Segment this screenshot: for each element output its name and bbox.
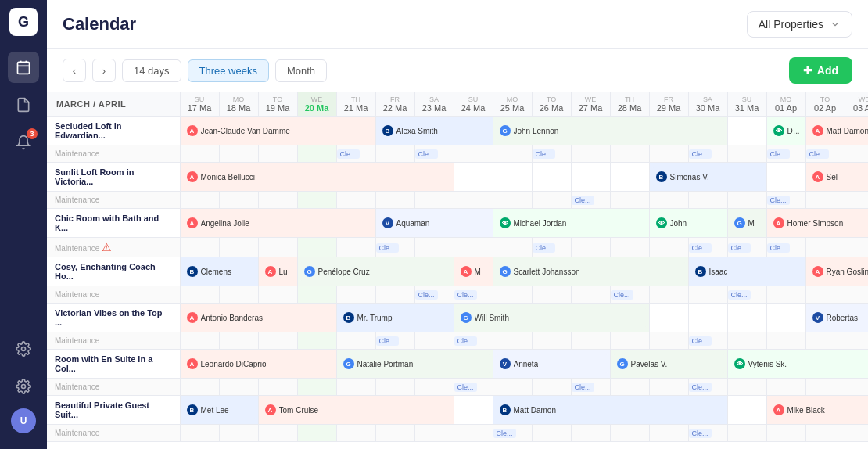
- empty-booking-cell: [454, 163, 493, 192]
- booking-cell[interactable]: G Scarlett Johansson: [493, 257, 688, 286]
- booking-cell[interactable]: A Homer Simpson: [766, 209, 868, 238]
- property-name[interactable]: Victorian Vibes on the Top ...: [47, 304, 180, 332]
- maintenance-empty-cell: [454, 238, 493, 257]
- maintenance-empty-cell: [610, 145, 649, 163]
- booking-cell[interactable]: A Mike Black: [766, 396, 868, 425]
- maintenance-empty-cell: [297, 192, 336, 209]
- sidebar-item-notifications[interactable]: 3: [8, 127, 39, 158]
- add-booking-button[interactable]: ✚ Add: [789, 57, 852, 84]
- booking-cell[interactable]: V Anneta: [493, 350, 610, 379]
- calendar-area[interactable]: MARCH / APRIL Su17 MaMo18 MaTo19 MaWe20 …: [47, 92, 868, 449]
- view-14days-button[interactable]: 14 days: [122, 59, 181, 82]
- booking-cell[interactable]: G Natalie Portman: [336, 350, 493, 379]
- maintenance-empty-cell: [493, 145, 532, 163]
- maintenance-cle-cell: Cle...: [375, 332, 414, 350]
- sidebar-item-calendar[interactable]: [8, 52, 39, 83]
- maintenance-empty-cell: [688, 286, 727, 304]
- booking-cell[interactable]: A Monica Bellucci: [180, 163, 454, 192]
- maintenance-empty-cell: [805, 286, 845, 304]
- booking-cell[interactable]: 👁 D...: [766, 117, 805, 145]
- sidebar-item-settings2[interactable]: [8, 371, 39, 402]
- next-button[interactable]: ›: [92, 59, 116, 82]
- property-row: Beautiful Private Guest Suit... B Met Le…: [47, 396, 868, 425]
- booking-cell[interactable]: G Will Smith: [454, 304, 649, 332]
- maintenance-cle-cell: Cle...: [766, 238, 805, 257]
- maintenance-empty-cell: [336, 332, 375, 350]
- maintenance-cle-cell: Cle...: [571, 379, 610, 396]
- maintenance-cle-cell: Cle...: [688, 238, 727, 257]
- empty-booking-cell: [727, 304, 766, 332]
- property-name[interactable]: Chic Room with Bath and K...: [47, 209, 180, 238]
- maintenance-empty-cell: [375, 379, 414, 396]
- booking-cell[interactable]: A Angelina Jolie: [180, 209, 375, 238]
- booking-cell[interactable]: V Aquaman: [375, 209, 493, 238]
- maintenance-empty-cell: [649, 192, 688, 209]
- maintenance-empty-cell: [336, 238, 375, 257]
- maintenance-empty-cell: [532, 379, 571, 396]
- booking-cell[interactable]: 👁 John: [649, 209, 727, 238]
- booking-cell[interactable]: G John Lennon: [493, 117, 727, 145]
- booking-cell[interactable]: G Pavelas V.: [610, 350, 727, 379]
- empty-booking-cell: [610, 163, 649, 192]
- maintenance-empty-cell: [532, 425, 571, 442]
- booking-cell[interactable]: A Sel: [805, 163, 868, 192]
- property-name[interactable]: Sunlit Loft Room in Victoria...: [47, 163, 180, 192]
- chevron-down-icon: [830, 19, 841, 30]
- booking-cell[interactable]: 👁 Michael Jordan: [493, 209, 649, 238]
- day-header-12: Fr29 Ma: [649, 92, 688, 117]
- empty-booking-cell: [688, 304, 727, 332]
- booking-cell[interactable]: B Simonas V.: [649, 163, 766, 192]
- booking-cell[interactable]: A Ryan Gosling: [805, 257, 868, 286]
- property-name[interactable]: Cosy, Enchanting Coach Ho...: [47, 257, 180, 286]
- maintenance-empty-cell: [219, 238, 258, 257]
- sidebar-nav: 3: [8, 52, 39, 333]
- day-header-15: Mo01 Ap: [766, 92, 805, 117]
- maintenance-empty-cell: [336, 379, 375, 396]
- booking-cell[interactable]: G M: [727, 209, 766, 238]
- maintenance-empty-cell: [610, 192, 649, 209]
- booking-cell[interactable]: A Tom Cruise: [258, 396, 454, 425]
- svg-point-4: [22, 347, 26, 351]
- booking-cell[interactable]: B Clemens: [180, 257, 258, 286]
- booking-cell[interactable]: A Jean-Claude Van Damme: [180, 117, 375, 145]
- booking-cell[interactable]: B Matt Damon: [493, 396, 727, 425]
- day-header-8: Mo25 Ma: [493, 92, 532, 117]
- booking-cell[interactable]: B Met Lee: [180, 396, 258, 425]
- maintenance-cle-cell: Cle...: [766, 145, 805, 163]
- prev-button[interactable]: ‹: [63, 59, 86, 82]
- booking-cell[interactable]: 👁 Vytenis Sk.: [727, 350, 868, 379]
- booking-cell[interactable]: B Alexa Smith: [375, 117, 493, 145]
- maintenance-empty-cell: [297, 425, 336, 442]
- booking-cell[interactable]: A Leonardo DiCaprio: [180, 350, 336, 379]
- maintenance-empty-cell: [258, 238, 297, 257]
- maintenance-empty-cell: [571, 238, 610, 257]
- property-name[interactable]: Beautiful Private Guest Suit...: [47, 396, 180, 425]
- booking-cell[interactable]: V Robertas: [805, 304, 868, 332]
- property-selector-button[interactable]: All Properties: [747, 11, 852, 38]
- maintenance-empty-cell: [727, 145, 766, 163]
- error-icon: ⚠: [102, 241, 112, 253]
- booking-cell[interactable]: A Lu: [258, 257, 297, 286]
- maintenance-empty-cell: [258, 286, 297, 304]
- booking-cell[interactable]: A M: [454, 257, 493, 286]
- booking-cell[interactable]: A Matt Damon: [805, 117, 868, 145]
- view-threeweeks-button[interactable]: Three weeks: [188, 59, 269, 82]
- property-name[interactable]: Room with En Suite in a Col...: [47, 350, 180, 379]
- booking-cell[interactable]: G Penélope Cruz: [297, 257, 454, 286]
- view-month-button[interactable]: Month: [275, 59, 327, 82]
- app-logo[interactable]: G: [9, 8, 38, 36]
- maintenance-empty-cell: [571, 332, 610, 350]
- maintenance-empty-cell: [336, 425, 375, 442]
- sidebar-item-docs[interactable]: [8, 89, 39, 120]
- property-name[interactable]: Secluded Loft in Edwardian...: [47, 117, 180, 145]
- day-header-3: We20 Ma: [297, 92, 336, 117]
- booking-cell[interactable]: B Mr. Trump: [336, 304, 454, 332]
- empty-booking-cell: [532, 163, 571, 192]
- user-avatar[interactable]: U: [11, 408, 36, 433]
- booking-cell[interactable]: B Isaac: [688, 257, 805, 286]
- booking-cell[interactable]: A Antonio Banderas: [180, 304, 336, 332]
- empty-booking-cell: [571, 163, 610, 192]
- maintenance-cle-cell: Cle...: [571, 192, 610, 209]
- sidebar-item-settings1[interactable]: [8, 333, 39, 365]
- maintenance-label: Maintenance ⚠: [47, 238, 180, 257]
